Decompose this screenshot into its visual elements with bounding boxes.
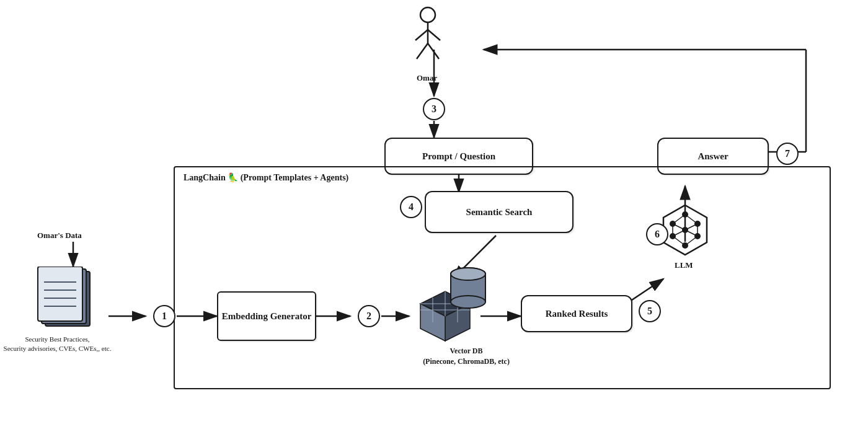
vector-db-icon: [408, 267, 489, 350]
omar-label: Omar: [417, 73, 437, 83]
svg-point-40: [451, 268, 485, 280]
stick-figure: [409, 6, 446, 68]
circle-6: 6: [646, 223, 668, 245]
svg-line-59: [685, 230, 698, 236]
svg-line-56: [685, 224, 698, 230]
circle-3: 3: [423, 98, 445, 120]
circle-1: 1: [153, 305, 175, 327]
document-stack: [34, 267, 108, 331]
svg-line-52: [673, 236, 685, 245]
svg-line-18: [415, 30, 428, 40]
security-label: Security Best Practices,Security advisor…: [3, 335, 112, 354]
svg-line-58: [673, 230, 685, 236]
embedding-generator-box: Embedding Generator: [217, 291, 316, 341]
svg-line-21: [428, 43, 439, 59]
svg-point-16: [420, 7, 435, 22]
circle-4: 4: [400, 196, 422, 218]
svg-line-49: [685, 214, 698, 224]
llm-label: LLM: [675, 260, 693, 270]
svg-line-54: [673, 214, 685, 224]
vector-db-label: Vector DB(Pinecone, ChromaDB, etc): [417, 346, 516, 367]
omars-data-label: Omar's Data: [37, 231, 82, 241]
svg-line-51: [685, 236, 698, 245]
circle-7: 7: [776, 143, 799, 165]
langchain-title: LangChain 🦜 (Prompt Templates + Agents): [184, 172, 348, 183]
circle-5: 5: [639, 300, 661, 322]
svg-rect-24: [38, 267, 82, 321]
svg-line-20: [417, 43, 428, 59]
svg-line-19: [428, 30, 440, 40]
diagram-container: Omar 3 Prompt / Question Answer 7 LangCh…: [0, 0, 868, 424]
semantic-search-box: Semantic Search: [425, 191, 574, 233]
svg-point-39: [451, 296, 485, 308]
ranked-results-box: Ranked Results: [521, 295, 632, 332]
circle-2: 2: [358, 305, 380, 327]
svg-line-57: [673, 224, 685, 230]
